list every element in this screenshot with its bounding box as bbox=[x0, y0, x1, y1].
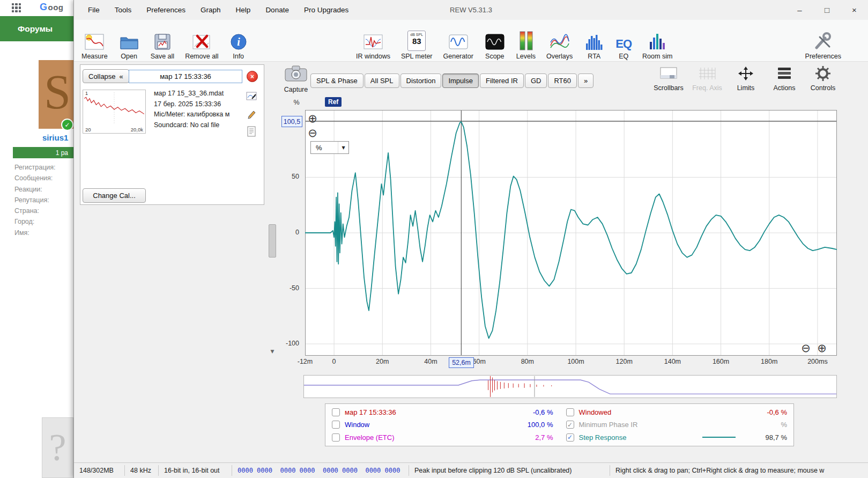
collapse-button[interactable]: Collapse « bbox=[83, 69, 129, 83]
measurement-date: 17 бер. 2025 15:33:36 bbox=[154, 99, 229, 110]
overlays-button[interactable]: Overlays bbox=[543, 21, 576, 60]
ir-overview-graphic bbox=[304, 376, 836, 398]
capture-button[interactable]: Capture bbox=[280, 65, 311, 93]
ir-windows-button[interactable]: IR windows bbox=[353, 21, 394, 60]
forum-header[interactable]: Форумы bbox=[0, 16, 73, 41]
legend-checkbox[interactable]: ✓ bbox=[566, 421, 574, 429]
menu-file[interactable]: File bbox=[80, 6, 107, 14]
bit-depth: 16-bit in, 16-bit out bbox=[159, 465, 232, 476]
title-bar[interactable]: REW V5.31.3 File Tools Preferences Graph… bbox=[74, 0, 868, 20]
spl-meter-button[interactable]: dB SPL83 SPL meter bbox=[398, 21, 436, 60]
menu-preferences[interactable]: Preferences bbox=[139, 6, 193, 14]
x-axis-tick-label: 20m bbox=[376, 358, 389, 365]
ir-overview-strip[interactable] bbox=[303, 375, 837, 398]
preferences-button[interactable]: Preferences bbox=[802, 21, 844, 60]
limits-arrows-icon bbox=[736, 65, 755, 82]
zoom-out-y-button[interactable]: ⊖ bbox=[306, 127, 319, 139]
thumbnail-xmin: 20 bbox=[85, 127, 91, 133]
tab-filtered-ir[interactable]: Filtered IR bbox=[480, 73, 524, 88]
close-button[interactable]: × bbox=[841, 0, 868, 20]
overlays-icon bbox=[549, 27, 570, 51]
menu-tools[interactable]: Tools bbox=[107, 6, 139, 14]
legend-checkbox[interactable]: ✓ bbox=[566, 433, 574, 442]
legend-row: Windowed-0,6 % bbox=[566, 406, 788, 418]
profile-fields: Регистрация: Сообщения: Реакции: Репутац… bbox=[14, 162, 56, 238]
minimize-button[interactable]: – bbox=[786, 0, 813, 20]
close-icon: × bbox=[250, 73, 254, 80]
trace-options-icon[interactable] bbox=[246, 91, 257, 104]
unit-dropdown[interactable]: % ▼ bbox=[310, 141, 349, 154]
tab-all-spl[interactable]: All SPL bbox=[365, 73, 399, 88]
legend-value: % bbox=[743, 421, 787, 429]
scroll-down-arrow-icon[interactable]: ▼ bbox=[269, 348, 276, 355]
tab-spl-phase[interactable]: SPL & Phase bbox=[310, 73, 363, 88]
profile-field: Город: bbox=[14, 216, 56, 227]
measurement-soundcard: Soundcard: No cal file bbox=[154, 120, 229, 131]
x-axis-tick-label: 60m bbox=[472, 358, 485, 365]
menu-graph[interactable]: Graph bbox=[193, 6, 228, 14]
legend-checkbox[interactable] bbox=[332, 408, 340, 416]
apps-grid-icon[interactable] bbox=[12, 3, 21, 12]
scope-button[interactable]: Scope bbox=[481, 21, 509, 60]
forum-header-label: Форумы bbox=[18, 24, 53, 34]
save-all-button[interactable]: Save all bbox=[147, 21, 177, 60]
rta-button[interactable]: RTA bbox=[580, 21, 608, 60]
edit-pencil-icon[interactable] bbox=[246, 108, 257, 121]
tab-more[interactable]: » bbox=[578, 73, 593, 88]
rew-window: REW V5.31.3 File Tools Preferences Graph… bbox=[73, 0, 868, 478]
profile-field: Репутация: bbox=[14, 195, 56, 205]
generator-button[interactable]: Generator bbox=[440, 21, 477, 60]
zoom-in-y-button[interactable]: ⊕ bbox=[306, 112, 319, 125]
scrollbars-icon bbox=[659, 65, 678, 82]
zoom-in-x-button[interactable]: ⊕ bbox=[815, 342, 828, 355]
ref-marker[interactable]: Ref bbox=[325, 97, 342, 107]
measurement-panel: Collapse « мар 17 15:33:36 × 1 20 20,0k … bbox=[80, 64, 264, 205]
controls-button[interactable]: Controls bbox=[806, 65, 840, 92]
actions-button[interactable]: Actions bbox=[767, 65, 802, 92]
chevron-down-icon: ▼ bbox=[338, 142, 348, 153]
vertical-scrollbar-thumb[interactable] bbox=[269, 224, 276, 258]
zoom-out-x-button[interactable]: ⊖ bbox=[799, 342, 812, 355]
info-icon: i bbox=[229, 27, 248, 51]
freq-axis-icon bbox=[698, 65, 717, 82]
remove-all-button[interactable]: Remove all bbox=[182, 21, 222, 60]
legend-checkbox[interactable] bbox=[566, 408, 574, 416]
measurement-name-input[interactable]: мар 17 15:33:36 bbox=[129, 70, 242, 83]
change-cal-button[interactable]: Change Cal... bbox=[83, 188, 146, 203]
y-axis-tick-label: 0 bbox=[295, 229, 299, 236]
levels-button[interactable]: Levels bbox=[513, 21, 539, 60]
tab-gd[interactable]: GD bbox=[525, 73, 547, 88]
tab-distortion[interactable]: Distortion bbox=[400, 73, 442, 88]
room-sim-button[interactable]: Room sim bbox=[639, 21, 676, 60]
legend-checkbox[interactable] bbox=[332, 433, 340, 442]
menu-help[interactable]: Help bbox=[228, 6, 258, 14]
tab-impulse[interactable]: Impulse bbox=[442, 73, 479, 88]
menu-pro-upgrades[interactable]: Pro Upgrades bbox=[296, 6, 356, 14]
scrollbars-button[interactable]: Scrollbars bbox=[651, 65, 686, 92]
delete-measurement-button[interactable]: × bbox=[247, 71, 258, 82]
menu-donate[interactable]: Donate bbox=[258, 6, 296, 14]
open-button[interactable]: Open bbox=[115, 21, 143, 60]
legend-value: 2,7 % bbox=[509, 433, 553, 442]
legend-row: ✓Minimum Phase IR% bbox=[566, 418, 788, 431]
legend-checkbox[interactable] bbox=[332, 421, 340, 429]
username-link[interactable]: sirius1 bbox=[42, 133, 68, 142]
legend-label: мар 17 15:33:36 bbox=[345, 408, 509, 416]
notes-icon[interactable] bbox=[246, 126, 257, 139]
legend-row: мар 17 15:33:36-0,6 % bbox=[332, 406, 553, 418]
eq-button[interactable]: EQ EQ bbox=[612, 21, 635, 60]
limits-button[interactable]: Limits bbox=[729, 65, 763, 92]
measure-button[interactable]: Measure bbox=[78, 21, 111, 60]
y-axis-tick-label: 50 bbox=[292, 173, 299, 180]
google-logo-text: oog bbox=[48, 3, 64, 12]
measurement-thumbnail[interactable]: 1 20 20,0k bbox=[83, 90, 146, 134]
info-button[interactable]: i Info bbox=[226, 21, 251, 60]
x-axis-tick-label: 180m bbox=[761, 358, 777, 365]
thumbnail-xmax: 20,0k bbox=[131, 127, 143, 133]
level-meter-icon bbox=[516, 27, 536, 51]
tab-rt60[interactable]: RT60 bbox=[548, 73, 577, 88]
profile-field: Страна: bbox=[14, 205, 56, 216]
freq-axis-button[interactable]: Freq. Axis bbox=[690, 65, 724, 92]
impulse-plot[interactable]: ⊕ ⊖ % ▼ ⊖ ⊕ bbox=[305, 110, 837, 356]
maximize-button[interactable]: □ bbox=[813, 0, 841, 20]
